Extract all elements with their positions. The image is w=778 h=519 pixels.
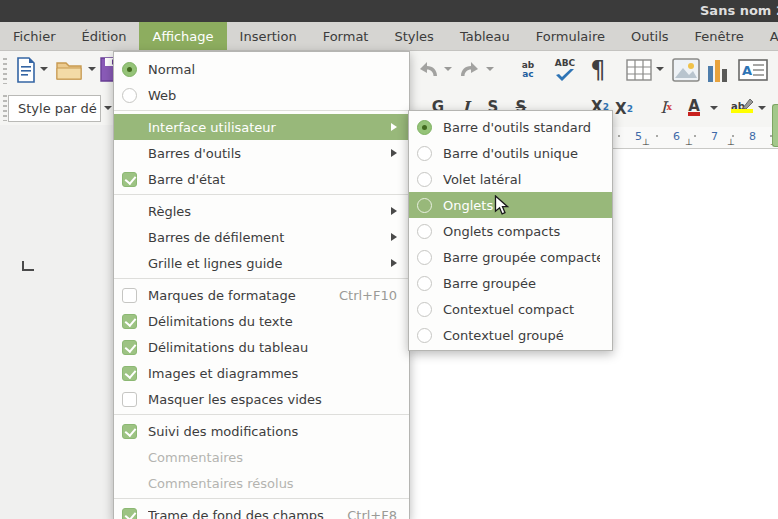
style-combo-dropdown[interactable] [104,106,112,110]
menubar-item-fichier[interactable]: Fichier [0,22,69,50]
menubar-item-formulaire[interactable]: Formulaire [523,22,618,50]
menu-item-suivi-modifications[interactable]: Suivi des modifications [114,418,409,444]
menubar-item-fenetre[interactable]: Fenêtre [682,22,757,50]
open-file-dropdown[interactable] [88,67,96,71]
title-bar: Sans nom 2 - [0,0,778,22]
insert-table-dropdown[interactable] [656,67,664,71]
spellcheck-abc-label: ABC [555,59,575,68]
menu-item-delimitations-texte[interactable]: Délimitations du texte [114,308,409,334]
checkbox-checked-icon [122,172,137,187]
menu-item-trame-fond-champs[interactable]: Trame de fond des champs Ctrl+F8 [114,502,409,519]
menu-item-label: Suivi des modifications [148,424,397,439]
undo-dropdown[interactable] [444,67,452,71]
menu-item-regles[interactable]: Règles [114,198,409,224]
submenu-item-barre-groupee-compacte[interactable]: Barre groupée compacte [409,244,612,270]
submenu-arrow-icon [391,123,397,131]
submenu-item-label: Contextuel compact [443,302,600,317]
submenu-item-contextuel-groupe[interactable]: Contextuel groupé [409,322,612,348]
view-menu-panel: Normal Web Interface utilisateur Barres … [113,51,410,519]
paragraph-style-combo[interactable]: Style par dé [8,95,101,122]
insert-textbox-button[interactable]: A [738,58,768,82]
table-icon [626,59,652,81]
menu-item-delimitations-tableau[interactable]: Délimitations du tableau [114,334,409,360]
menu-item-barre-etat[interactable]: Barre d'état [114,166,409,192]
font-color-button[interactable]: A [684,93,704,119]
menu-item-label: Masquer les espaces vides [148,392,397,407]
subscript-button[interactable]: X2 [614,97,634,121]
toolbar-grip-2[interactable] [3,95,7,121]
menu-item-label: Délimitations du texte [148,314,397,329]
highlight-color-icon: ab [731,101,745,112]
submenu-item-onglets-compacts[interactable]: Onglets compacts [409,218,612,244]
subscript-icon: X [615,100,627,118]
ruler-number: 7 [711,130,718,143]
workspace-background [0,125,113,519]
redo-dropdown[interactable] [486,67,494,71]
submenu-item-label: Barre groupée compacte [443,250,600,265]
chevron-down-icon [486,67,494,71]
formatting-marks-button[interactable]: ¶ [588,55,608,85]
chart-icon [707,58,729,82]
chevron-down-icon [104,106,112,110]
menu-item-label: Commentaires [148,450,397,465]
menu-item-masquer-espaces-vides[interactable]: Masquer les espaces vides [114,386,409,412]
insert-chart-button[interactable] [706,57,730,83]
radio-icon [417,328,432,343]
checkbox-icon [122,392,137,407]
menubar-item-edition[interactable]: Édition [69,22,140,50]
menubar-item-affichage[interactable]: Affichage [139,22,226,50]
checkbox-checked-icon [122,314,137,329]
radio-icon [417,224,432,239]
submenu-item-volet-lateral[interactable]: Volet latéral [409,166,612,192]
find-replace-button[interactable]: ab ac [514,57,542,83]
font-color-dropdown[interactable] [710,106,718,110]
menu-item-grille-lignes-guide[interactable]: Grille et lignes guide [114,250,409,276]
spellcheck-button[interactable]: ABC [550,56,580,84]
menu-item-barres-defilement[interactable]: Barres de défilement [114,224,409,250]
text-boundary-corner-mark [22,261,34,271]
submenu-item-onglets[interactable]: Onglets [409,192,612,218]
menubar-item-outils[interactable]: Outils [618,22,682,50]
open-file-button[interactable] [56,58,84,82]
redo-button[interactable] [458,59,482,81]
menu-item-commentaires: Commentaires [114,444,409,470]
submenu-arrow-icon [391,233,397,241]
menu-item-barres-outils[interactable]: Barres d'outils [114,140,409,166]
application-window: Sans nom 2 - Fichier Édition Affichage I… [0,0,778,519]
submenu-item-barre-outils-unique[interactable]: Barre d'outils unique [409,140,612,166]
window-title: Sans nom 2 - [700,3,778,18]
new-document-dropdown[interactable] [40,67,48,71]
insert-image-button[interactable] [672,57,700,83]
chevron-down-icon [710,106,718,110]
menu-item-images-diagrammes[interactable]: Images et diagrammes [114,360,409,386]
menu-item-interface-utilisateur[interactable]: Interface utilisateur [114,114,409,140]
sidebar-accent-strip[interactable] [772,104,778,147]
insert-table-button[interactable] [626,58,652,82]
menubar-item-aide[interactable]: Aide [757,22,778,50]
highlight-color-dropdown[interactable] [758,106,766,110]
new-document-button[interactable] [14,56,38,84]
submenu-item-contextuel-compact[interactable]: Contextuel compact [409,296,612,322]
menu-item-marques-formatage[interactable]: Marques de formatage Ctrl+F10 [114,282,409,308]
menu-item-label: Interface utilisateur [148,120,381,135]
menu-item-label: Barres d'outils [148,146,381,161]
menubar-item-styles[interactable]: Styles [381,22,446,50]
submenu-item-barre-groupee[interactable]: Barre groupée [409,270,612,296]
menu-item-web[interactable]: Web [114,82,409,108]
submenu-item-barre-outils-standard[interactable]: Barre d'outils standard [409,114,612,140]
toolbar-grip[interactable] [3,58,7,84]
tab-stop-marker: ⊥ [727,137,735,147]
menu-item-label: Marques de formatage [148,288,321,303]
menubar-item-insertion[interactable]: Insertion [227,22,310,50]
menu-item-normal[interactable]: Normal [114,56,409,82]
font-color-icon: A [688,97,700,115]
menubar-item-format[interactable]: Format [310,22,382,50]
menu-item-label: Grille et lignes guide [148,256,381,271]
submenu-item-label: Barre d'outils unique [443,146,600,161]
clear-formatting-button[interactable]: Ix [656,95,676,119]
new-document-icon [15,57,37,83]
undo-button[interactable] [416,59,440,81]
checkbox-checked-icon [122,424,137,439]
menubar-item-tableau[interactable]: Tableau [447,22,523,50]
highlight-color-button[interactable]: ab [726,93,750,119]
